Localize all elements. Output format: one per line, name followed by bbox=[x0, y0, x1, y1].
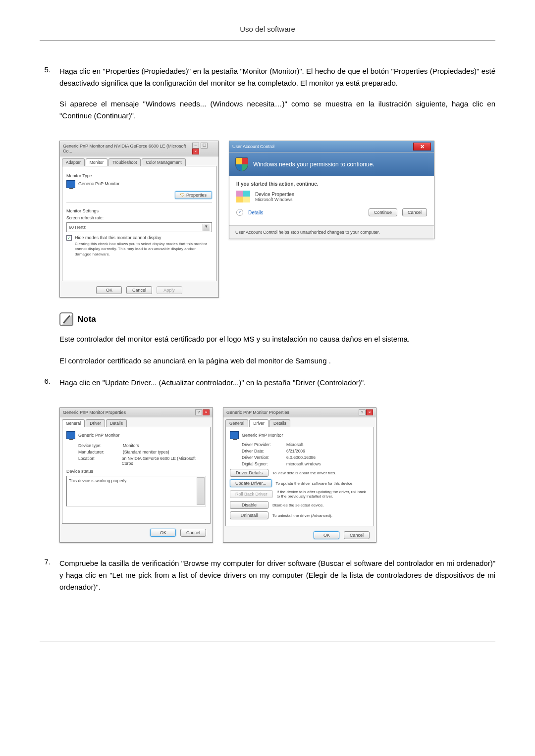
digital-signer-key: Digital Signer: bbox=[242, 461, 286, 466]
step-content: Haga clic en "Update Driver... (Actualiz… bbox=[59, 377, 495, 398]
step-content: Compruebe la casilla de verificación "Br… bbox=[59, 557, 495, 602]
location-value: on NVIDIA GeForce 6600 LE (Microsoft Cor… bbox=[122, 456, 206, 466]
uac-title: User Account Control bbox=[232, 144, 274, 149]
step6-p1: Haga clic en "Update Driver... (Actualiz… bbox=[59, 377, 495, 389]
ok-button[interactable]: OK bbox=[96, 286, 122, 294]
tab-details[interactable]: Details bbox=[106, 419, 127, 427]
chevron-down-icon: ▾ bbox=[203, 224, 210, 231]
page-header: Uso del software bbox=[40, 25, 495, 41]
shield-icon bbox=[235, 157, 248, 171]
continue-button[interactable]: Continue bbox=[369, 208, 397, 216]
driver-panel: Generic PnP Monitor Driver Provider:Micr… bbox=[225, 427, 374, 526]
tab-driver[interactable]: Driver bbox=[86, 419, 105, 427]
device-type-key: Device type: bbox=[78, 443, 123, 448]
tab-general[interactable]: General bbox=[225, 419, 248, 427]
apply-button[interactable]: Apply bbox=[157, 286, 182, 294]
dialog-buttons: OK Cancel Apply bbox=[60, 283, 218, 297]
tab-driver[interactable]: Driver bbox=[249, 419, 268, 427]
refresh-rate-select[interactable]: 60 Hertz ▾ bbox=[66, 222, 212, 232]
help-icon[interactable]: ? bbox=[195, 409, 202, 415]
close-icon[interactable]: × bbox=[192, 149, 199, 154]
manufacturer-value: (Standard monitor types) bbox=[123, 450, 169, 454]
location-key: Location: bbox=[78, 456, 122, 466]
cancel-button[interactable]: Cancel bbox=[126, 286, 152, 294]
device-status-box: This device is working properly. bbox=[66, 476, 206, 506]
driver-version-value: 6.0.6000.16386 bbox=[286, 455, 316, 460]
device-status-label: Device status bbox=[66, 469, 206, 474]
monitor-icon bbox=[66, 431, 75, 439]
cancel-button[interactable]: Cancel bbox=[402, 208, 427, 216]
uac-app-name: Device Properties bbox=[255, 192, 294, 197]
note-label: Nota bbox=[77, 314, 96, 324]
disable-button[interactable]: Disable bbox=[230, 501, 268, 509]
figure-row-1: Generic PnP Monitor and NVIDIA GeForce 6… bbox=[59, 141, 495, 298]
driver-date-value: 6/21/2006 bbox=[286, 449, 305, 454]
disable-desc: Disables the selected device. bbox=[272, 503, 370, 507]
ok-button[interactable]: OK bbox=[150, 529, 176, 537]
ok-button[interactable]: OK bbox=[314, 531, 339, 539]
driver-details-button[interactable]: Driver Details bbox=[230, 469, 268, 477]
uac-header: Windows needs your permission to contion… bbox=[229, 152, 434, 176]
tabs: General Driver Details bbox=[60, 417, 213, 427]
rollback-driver-button[interactable]: Roll Back Driver bbox=[230, 490, 273, 498]
tab-general[interactable]: General bbox=[62, 419, 85, 427]
tab-details[interactable]: Details bbox=[269, 419, 290, 427]
device-type-value: Monitors bbox=[123, 443, 139, 448]
minimize-icon[interactable]: – bbox=[192, 143, 199, 149]
monitor-icon bbox=[230, 431, 239, 439]
uac-dialog: User Account Control ✕ Windows needs you… bbox=[229, 141, 434, 239]
step-number: 7. bbox=[40, 557, 59, 602]
rollback-driver-desc: If the device fails after updating the d… bbox=[277, 490, 370, 499]
step-6: 6. Haga clic en "Update Driver... (Actua… bbox=[40, 377, 495, 398]
maximize-icon[interactable]: ☐ bbox=[201, 143, 208, 149]
window-buttons: ?× bbox=[195, 409, 210, 415]
driver-provider-key: Driver Provider: bbox=[242, 442, 286, 447]
figure-row-2: Generic PnP Monitor Properties ?× Genera… bbox=[59, 407, 495, 543]
hide-modes-checkbox[interactable]: ✓ bbox=[66, 235, 72, 241]
uac-footer: User Account Control helps stop unauthor… bbox=[229, 225, 434, 239]
properties-general-dialog: Generic PnP Monitor Properties ?× Genera… bbox=[59, 407, 213, 543]
step-number: 5. bbox=[40, 65, 59, 131]
close-icon[interactable]: × bbox=[203, 409, 210, 415]
update-driver-button[interactable]: Update Driver... bbox=[230, 479, 272, 487]
uac-started: If you started this action, continue. bbox=[236, 181, 427, 187]
cancel-button[interactable]: Cancel bbox=[344, 531, 370, 539]
note-p1: Este controlador del monitor está certif… bbox=[59, 333, 495, 345]
uninstall-desc: To uninstall the driver (Advanced). bbox=[272, 513, 370, 518]
uac-titlebar: User Account Control ✕ bbox=[229, 141, 434, 152]
windows-logo-icon bbox=[236, 191, 250, 202]
uac-details-link[interactable]: Details bbox=[248, 210, 364, 215]
uninstall-button[interactable]: Uninstall bbox=[230, 511, 268, 519]
tab-adapter[interactable]: Adapter bbox=[62, 158, 85, 166]
help-icon[interactable]: ? bbox=[359, 409, 366, 415]
tab-troubleshoot[interactable]: Troubleshoot bbox=[108, 158, 141, 166]
chevron-down-icon[interactable]: v bbox=[236, 209, 243, 216]
window-title: Generic PnP Monitor and NVIDIA GeForce 6… bbox=[63, 144, 192, 153]
cancel-button[interactable]: Cancel bbox=[180, 529, 206, 537]
hide-modes-label: Hide modes that this monitor cannot disp… bbox=[75, 235, 161, 240]
note-icon bbox=[59, 312, 73, 326]
properties-button[interactable]: 🛡 Properties bbox=[175, 191, 212, 199]
tab-color[interactable]: Color Management bbox=[142, 158, 185, 166]
titlebar: Generic PnP Monitor Properties ?× bbox=[60, 408, 213, 417]
step5-p2: Si aparece el mensaje "Windows needs... … bbox=[59, 98, 495, 122]
close-icon[interactable]: × bbox=[366, 409, 373, 415]
device-name: Generic PnP Monitor bbox=[78, 433, 119, 438]
window-buttons: – ☐ × bbox=[192, 143, 215, 154]
monitor-settings-label: Monitor Settings bbox=[66, 208, 212, 213]
tab-monitor[interactable]: Monitor bbox=[86, 158, 107, 166]
uac-body: If you started this action, continue. De… bbox=[229, 176, 434, 225]
page-footer bbox=[40, 642, 495, 642]
manufacturer-key: Manufacturer: bbox=[78, 450, 123, 454]
titlebar: Generic PnP Monitor and NVIDIA GeForce 6… bbox=[60, 141, 218, 156]
general-panel: Generic PnP Monitor Device type:Monitors… bbox=[62, 427, 211, 524]
monitor-properties-dialog: Generic PnP Monitor and NVIDIA GeForce 6… bbox=[59, 141, 219, 298]
driver-version-key: Driver Version: bbox=[242, 455, 286, 460]
close-icon[interactable]: ✕ bbox=[413, 143, 431, 151]
step5-p1: Haga clic en "Properties (Propiedades)" … bbox=[59, 65, 495, 89]
driver-provider-value: Microsoft bbox=[286, 442, 303, 447]
driver-date-key: Driver Date: bbox=[242, 449, 286, 454]
monitor-type-label: Monitor Type bbox=[66, 173, 212, 178]
monitor-name: Generic PnP Monitor bbox=[78, 181, 119, 186]
titlebar: Generic PnP Monitor Properties ?× bbox=[223, 408, 376, 417]
